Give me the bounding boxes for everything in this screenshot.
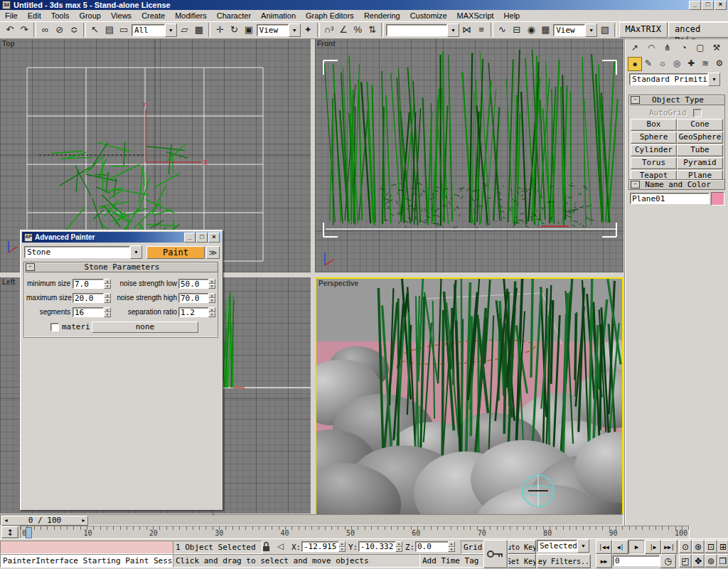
collapse-icon[interactable]: - [26,263,35,271]
menu-item-animation[interactable]: Animation [256,11,301,21]
time-slider-track[interactable]: ◂ 0 / 100 ▸ [0,514,623,526]
stone-parameters-rollout[interactable]: - Stone Parameters [23,262,218,272]
spinner[interactable]: ▴▾ [104,279,111,289]
menu-item-file[interactable]: File [0,11,23,21]
menu-item-rendering[interactable]: Rendering [359,11,405,21]
menu-item-help[interactable]: Help [499,11,525,21]
spinner[interactable]: ▴▾ [208,293,215,303]
spinner[interactable]: ▴▾ [338,541,346,552]
next-frame-arrow-icon[interactable]: ▸ [80,516,87,525]
noise-strength-low-field[interactable] [178,279,210,289]
select-by-name-icon[interactable]: ▤ [102,23,116,37]
dialog-title-bar[interactable]: AP Advanced Painter _ □ × [22,232,221,243]
separation-ratio-field[interactable] [178,307,210,317]
material-editor-icon[interactable]: ◉ [524,23,537,37]
spinner[interactable]: ▴▾ [208,279,215,289]
maximum-size-field[interactable] [73,293,104,303]
region-zoom-button[interactable]: ◰ [679,554,692,568]
zoom-extents-all-button[interactable]: ⊞ [717,540,728,553]
tab-display-icon[interactable]: ▢ [693,41,707,54]
category-spacewarps-icon[interactable]: ≋ [699,57,712,70]
spinner[interactable]: ▴▾ [395,541,402,552]
viewport-label-front[interactable]: Front [317,40,336,48]
go-to-start-button[interactable]: |◀◀ [596,540,612,554]
spinner[interactable]: ▴▾ [448,541,455,552]
select-region-icon[interactable]: ▭ [117,23,131,37]
previous-frame-button[interactable]: ◀| [612,540,628,554]
listener-log-field[interactable]: PainterInterface Starting Paint Session [0,554,173,568]
set-keys-button[interactable] [483,540,508,568]
redo-icon[interactable]: ↷ [17,23,31,37]
named-selection-dropdown[interactable]: ▼ [386,24,459,36]
expand-button[interactable]: ≫ [206,246,220,259]
menu-item-views[interactable]: Views [106,11,136,21]
tab-utilities-icon[interactable]: ⚒ [710,41,724,54]
render-type-dropdown[interactable]: View ▼ [553,24,597,36]
selection-lock-icon[interactable] [262,541,271,552]
docked-toolbar-tab-advanced-painter[interactable]: anced Pair [668,22,728,38]
curve-editor-icon[interactable]: ∿ [496,23,509,37]
object-name-field[interactable] [630,193,710,204]
collapse-icon[interactable]: - [631,96,640,104]
primitive-button-cone[interactable]: Cone [677,119,723,131]
viewport-label-perspective[interactable]: Perspective [318,280,358,287]
tab-modify-icon[interactable]: ◠ [644,41,658,54]
mini-curve-editor-button[interactable]: ↕ [1,526,18,538]
primitive-button-geosphere[interactable]: GeoSphere [677,132,723,144]
autogrid-checkbox[interactable] [693,109,702,117]
menu-item-edit[interactable]: Edit [23,11,46,21]
snap-spinner-icon[interactable]: ⇅ [365,23,379,37]
snap-angle-icon[interactable]: ∠ [336,23,350,37]
fence-mode-icon[interactable]: ▱ [178,23,191,37]
menu-item-graph-editors[interactable]: Graph Editors [301,11,359,21]
spinner[interactable]: ▴▾ [208,307,215,317]
primitive-button-tube[interactable]: Tube [677,144,723,156]
snap-3d-icon[interactable]: ∩³ [322,23,336,37]
reference-coordsys-dropdown[interactable]: View ▼ [257,24,301,36]
add-time-tag[interactable]: Add Time Tag [419,554,488,568]
viewport-label-top[interactable]: Top [2,40,15,48]
spinner[interactable]: ▴▾ [104,307,111,317]
spinner[interactable]: ▴▾ [104,293,111,303]
previous-frame-arrow-icon[interactable]: ◂ [2,516,10,525]
category-geometry-icon[interactable]: ● [628,57,642,71]
selection-filter-dropdown[interactable]: All ▼ [132,24,177,36]
menu-item-group[interactable]: Group [74,11,106,21]
align-icon[interactable]: ≡ [474,23,488,37]
bind-spacewarp-icon[interactable]: ≎ [67,23,80,37]
material-none-button[interactable]: none [92,321,198,333]
pan-button[interactable]: ✥ [692,554,705,568]
menu-item-create[interactable]: Create [136,11,170,21]
menu-item-maxscript[interactable]: MAXScript [452,11,499,21]
dialog-close-button[interactable]: × [208,233,220,243]
advanced-painter-dialog[interactable]: AP Advanced Painter _ □ × Stone ▼ Paint … [20,230,223,511]
select-icon[interactable]: ↖ [88,23,102,37]
restore-button[interactable]: □ [702,1,714,10]
primitive-button-cylinder[interactable]: Cylinder [631,144,677,156]
track-bar-ruler[interactable]: 0102030405060708090100 [20,526,690,539]
next-frame-button[interactable]: |▶ [645,540,661,554]
zoom-all-button[interactable]: ⊛ [692,540,705,553]
primitive-category-dropdown[interactable]: Standard Primitiv ▼ [629,73,720,85]
tab-motion-icon[interactable]: ◔ [677,41,691,54]
play-button[interactable]: ▶ [628,540,645,554]
close-button[interactable]: × [714,1,727,10]
category-lights-icon[interactable]: ☼ [656,57,669,70]
schematic-view-icon[interactable]: ⊟ [510,23,523,37]
quick-render-icon[interactable]: ▧ [598,23,611,37]
preset-dropdown[interactable]: Stone ▼ [24,246,142,258]
category-systems-icon[interactable]: ⚙ [713,57,726,70]
mirror-icon[interactable]: ⋈ [460,23,473,37]
category-shapes-icon[interactable]: ✎ [642,57,655,70]
name-color-rollout[interactable]: - Name and Color [628,179,725,190]
time-cursor[interactable] [26,527,32,538]
viewport-label-left[interactable]: Left [2,278,15,286]
arc-rotate-button[interactable]: ⊚ [705,554,717,568]
current-frame-field[interactable] [613,555,660,566]
z-coordinate-field[interactable] [415,541,449,552]
go-to-end-button[interactable]: ▶▶| [661,540,678,554]
primitive-button-pyramid[interactable]: Pyramid [677,157,723,169]
object-type-rollout[interactable]: - Object Type [628,95,725,105]
minimum-size-field[interactable] [73,279,104,289]
noise-strength-high-field[interactable] [178,293,210,303]
